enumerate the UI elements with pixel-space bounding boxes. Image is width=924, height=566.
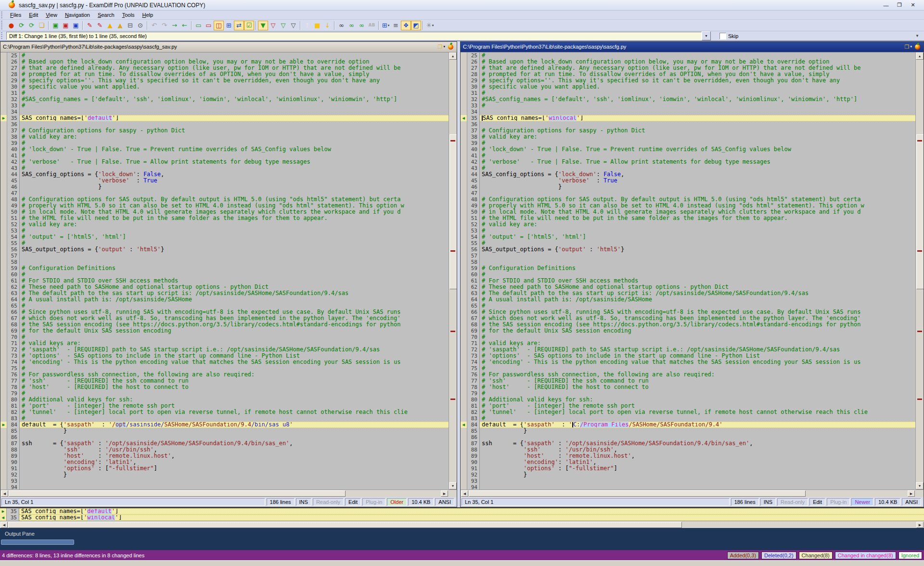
window-resize-edge[interactable]	[0, 560, 924, 566]
code-text[interactable]: #	[20, 153, 449, 159]
show-different-icon[interactable]: ▭	[204, 21, 214, 30]
code-text[interactable]: # 'encoding' - This is the python encodi…	[20, 359, 449, 365]
toolbar-grip[interactable]	[1, 12, 4, 18]
toolbar-overflow-icon[interactable]: ▼	[915, 34, 919, 38]
share-report-icon[interactable]: ▲	[115, 21, 125, 30]
code-text[interactable]: # Additional valid keys for ssh:	[480, 397, 915, 403]
prev-diff-icon[interactable]: ↑	[302, 21, 312, 30]
code-text[interactable]: # These need path to SASHome and optiona…	[480, 284, 915, 290]
settings-gear-icon[interactable]: ✳▾	[425, 21, 435, 30]
right-vscrollbar[interactable]: ▲▼	[915, 52, 924, 489]
vscroll-thumb[interactable]	[449, 134, 457, 289]
code-text[interactable]: # Configuration options for saspy - pyth…	[480, 128, 915, 134]
code-text[interactable]: #	[480, 140, 915, 146]
code-text[interactable]	[20, 253, 449, 259]
code-text[interactable]: SAS_config_names=['winlocal']	[480, 115, 915, 121]
code-text[interactable]: # valid keys are:	[20, 340, 449, 347]
code-text[interactable]: # 'host' - [REQUIRED] the host to connec…	[480, 384, 915, 390]
right-code-area[interactable]: 25#26# Based upon the lock_down configur…	[461, 52, 924, 489]
hscroll-thumb[interactable]	[8, 522, 682, 528]
code-text[interactable]: default = {'saspath' : '/opt/sasinside/S…	[20, 422, 449, 428]
code-text[interactable]: # valid key are:	[480, 134, 915, 140]
code-text[interactable]: 'encoding': 'latin1',	[480, 459, 915, 465]
diff-combo-dropdown-icon[interactable]: ▼	[702, 31, 711, 40]
code-text[interactable]: # properly with HTML 5.0 so it can also …	[20, 203, 449, 209]
copy-to-first-icon[interactable]: ←	[180, 21, 190, 30]
code-text[interactable]: #	[20, 271, 449, 278]
code-text[interactable]: #	[480, 153, 915, 159]
code-text[interactable]: 'encoding': 'latin1',	[20, 459, 449, 465]
code-text[interactable]: # Since python uses utf-8, running SAS w…	[480, 309, 915, 315]
find-prev-icon[interactable]: ∞	[357, 21, 367, 30]
code-text[interactable]: #	[20, 52, 449, 59]
refresh-files-icon[interactable]: ⟳	[26, 21, 37, 30]
code-text[interactable]	[480, 478, 915, 484]
code-text[interactable]: }	[20, 472, 449, 478]
code-text[interactable]: 'host' : 'remote.linux.host',	[20, 453, 449, 459]
code-text[interactable]: #	[20, 165, 449, 171]
hscroll-thumb[interactable]	[469, 490, 806, 497]
filter-icon[interactable]: ▼	[258, 21, 268, 30]
code-text[interactable]: # Since python uses utf-8, running SAS w…	[20, 309, 449, 315]
left-vscrollbar[interactable]: ▲▼	[449, 52, 457, 489]
dropdown-caret-icon[interactable]: ▾	[388, 24, 390, 27]
code-text[interactable]: # 'saspath' - [REQUIRED] path to SAS sta…	[480, 347, 915, 353]
plugins-icon[interactable]: ❖	[401, 21, 411, 30]
match-case-icon[interactable]: AB	[367, 21, 377, 30]
menu-view[interactable]: View	[42, 11, 61, 19]
code-text[interactable]: # specific value you want applied.	[480, 84, 915, 90]
dropdown-caret-icon[interactable]: ▾	[432, 24, 434, 27]
code-text[interactable]: #	[480, 390, 915, 397]
code-text[interactable]: #SAS_config_names = ['default', 'ssh', '…	[480, 96, 915, 103]
sync-scroll-icon[interactable]: ⇄	[234, 21, 244, 30]
save-second-icon[interactable]: ▣	[61, 21, 71, 30]
code-text[interactable]	[20, 121, 449, 128]
find-icon[interactable]: ∞	[336, 21, 346, 30]
code-text[interactable]: # 'host' - [REQUIRED] the host to connec…	[20, 384, 449, 390]
code-text[interactable]	[20, 434, 449, 440]
code-text[interactable]: #	[480, 271, 915, 278]
code-text[interactable]: # These need path to SASHome and optiona…	[20, 284, 449, 290]
left-pane-header[interactable]: C:\Program Files\Python\Python37\Lib\sit…	[0, 42, 457, 52]
save-both-icon[interactable]: ▣	[71, 21, 81, 30]
code-text[interactable]: SAS_config_options = {'lock_down': False…	[20, 171, 449, 178]
code-text[interactable]: #	[20, 103, 449, 109]
code-text[interactable]: # Configuration options for saspy - pyth…	[20, 128, 449, 134]
code-text[interactable]: # 'tunnel' - [integer] local port to ope…	[480, 409, 915, 415]
copy-path-icon[interactable]: ❐	[905, 44, 910, 50]
code-text[interactable]: # A usual install path is: /opt/sasinsid…	[20, 296, 449, 303]
copy-path-icon[interactable]: ❐	[438, 44, 443, 50]
code-text[interactable]: # For passwordless ssh connection, the f…	[20, 372, 449, 378]
scroll-left-icon[interactable]: ◀	[461, 490, 468, 497]
vscroll-thumb[interactable]	[916, 134, 924, 289]
code-text[interactable]: # Configuration Definitions	[20, 265, 449, 271]
code-text[interactable]: # 'lock_down' - True | False. True = Pre…	[20, 146, 449, 153]
left-hscrollbar[interactable]: ◀▶	[0, 489, 457, 497]
code-text[interactable]: SAS_config_names=['default']	[19, 508, 924, 515]
code-text[interactable]: # valid keys are:	[480, 340, 915, 347]
code-text[interactable]: #	[20, 303, 449, 309]
edit-first-icon[interactable]: ✎	[85, 21, 95, 30]
code-text[interactable]: #	[20, 240, 449, 246]
code-text[interactable]: # 'port' - [integer] the remote ssh port	[20, 403, 449, 409]
code-text[interactable]: #SAS_config_names = ['default', 'ssh', '…	[20, 96, 449, 103]
code-text[interactable]: }	[20, 428, 449, 434]
code-text[interactable]: }	[480, 184, 915, 190]
restore-button[interactable]: ❐	[893, 1, 906, 9]
code-text[interactable]: #	[480, 228, 915, 234]
code-text[interactable]: #	[480, 415, 915, 422]
code-text[interactable]: # for the default Unix SAS session encod…	[480, 328, 915, 334]
code-text[interactable]: # the HTML file will need to be put in t…	[20, 215, 449, 221]
menu-navigation[interactable]: Navigation	[61, 11, 94, 19]
layout-options-icon[interactable]: ⊞▾	[381, 21, 391, 30]
code-text[interactable]: SAS_config_options = {'lock_down': False…	[480, 171, 915, 178]
code-text[interactable]	[480, 434, 915, 440]
filter-find-icon[interactable]: ▽	[288, 21, 298, 30]
code-text[interactable]: # which does not work well as utf-8. So,…	[20, 315, 449, 322]
code-text[interactable]: default = {'saspath' : 'C:/Program Files…	[480, 422, 915, 428]
scroll-right-icon[interactable]: ▶	[908, 490, 915, 497]
code-text[interactable]	[480, 190, 915, 196]
right-pane-header[interactable]: C:\Program Files\Python\Python37\Lib\sit…	[461, 42, 924, 52]
code-text[interactable]: # The default path to the sas start up s…	[480, 290, 915, 296]
redo-icon[interactable]: ↷	[159, 21, 169, 30]
